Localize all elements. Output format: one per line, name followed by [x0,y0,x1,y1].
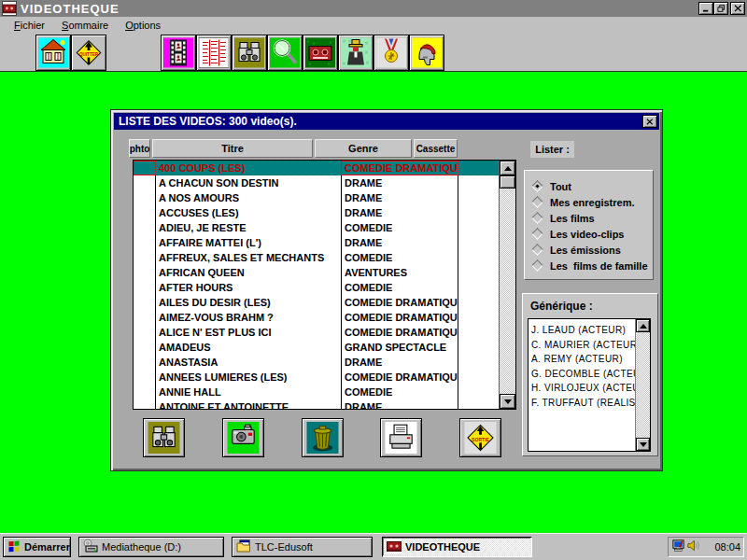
menu-fichier[interactable]: Fichier [6,19,53,33]
app-window: VIDEOTHEQUE FichierSommaireOptions QUITT… [0,0,747,560]
video-row[interactable]: ACCUSES (LES) DRAME [134,205,499,220]
scroll-up-button[interactable] [636,319,650,332]
video-row[interactable]: AFFREUX, SALES ET MECHANTS COMEDIE [134,250,499,265]
column-header-cassette[interactable]: Cassette [414,139,458,158]
generique-item[interactable]: A. REMY (ACTEUR) [529,352,635,367]
video-row[interactable]: A NOS AMOURS DRAME [134,190,499,205]
vcr-cassette-icon [305,37,335,68]
video-list-icon [199,37,229,68]
svg-text:QUITTER: QUITTER [79,52,99,57]
generique-item[interactable]: F. TRUFFAUT (REALIS.) [529,396,635,411]
restore-button[interactable] [713,2,728,15]
scroll-up-button[interactable] [500,161,515,175]
column-header-photo[interactable]: phto [129,139,150,158]
toolbar-genres-button[interactable] [409,35,444,71]
toolbar-quitter-button[interactable]: QUITTER [71,35,106,71]
video-title: ANNEES LUMIERES (LES) [156,370,342,385]
radio-diamond-icon [531,259,543,272]
folder-icon [236,539,251,555]
app-title: VIDEOTHEQUE [21,2,698,16]
video-cassette-cell [458,161,499,175]
display-icon[interactable] [671,539,685,556]
taskbar-task-videotheque[interactable]: VIDEOTHEQUE [382,537,532,557]
video-row[interactable]: ANNIE HALL COMEDIE [134,385,499,399]
toolbar-films-button[interactable] [161,35,196,71]
dialog-print-button[interactable] [380,418,422,457]
video-row[interactable]: 400 COUPS (LES) COMEDIE DRAMATIQUE [134,161,499,175]
video-genre: COMEDIE DRAMATIQUE [342,295,458,310]
down-arrow-icon [504,399,512,404]
video-row[interactable]: A CHACUN SON DESTIN DRAME [134,175,499,190]
generique-item[interactable]: J. LEAUD (ACTEUR) [529,323,635,338]
video-row[interactable]: ADIEU, JE RESTE COMEDIE [134,220,499,235]
video-list-scrollbar[interactable] [499,161,515,409]
video-list-dialog: LISTE DES VIDEOS: 300 video(s). phto Tit… [110,109,663,471]
video-title: ADIEU, JE RESTE [156,220,342,235]
close-button[interactable] [730,2,745,15]
scroll-down-button[interactable] [636,438,650,451]
video-row[interactable]: AILES DU DESIR (LES) COMEDIE DRAMATIQUE [134,295,499,310]
start-button[interactable]: Démarrer [3,537,71,557]
scroll-track[interactable] [500,189,515,394]
video-row[interactable]: ANNEES LUMIERES (LES) COMEDIE DRAMATIQUE [134,370,499,385]
video-row[interactable]: ALICE N' EST PLUS ICI COMEDIE DRAMATIQUE [134,325,499,340]
toolbar-search-button[interactable] [232,35,267,71]
video-genre: DRAME [342,235,458,250]
generique-item[interactable]: G. DECOMBLE (ACTEUR) [529,367,635,382]
video-row[interactable]: AFTER HOURS COMEDIE [134,280,499,295]
dialog-title-bar[interactable]: LISTE DES VIDEOS: 300 video(s). [114,113,659,130]
column-header-genre[interactable]: Genre [315,139,412,158]
video-cassette-cell [458,235,499,250]
video-cassette-cell [458,370,499,385]
taskbar-task-tlc-edusoft[interactable]: TLC-Edusoft [232,537,373,557]
film-strip-icon [163,37,193,68]
dialog-search-button[interactable] [143,418,185,457]
video-row[interactable]: AMADEUS GRAND SPECTACLE [134,340,499,355]
lister-option-tout[interactable]: Tout [533,178,653,194]
taskbar-task-mediatheque-d[interactable]: Mediatheque (D:) [78,537,224,557]
dialog-delete-button[interactable] [302,418,344,457]
toolbar-awards-button[interactable] [374,35,409,71]
lister-option-les-missions[interactable]: Les émissions [533,242,653,258]
minimize-button[interactable] [698,2,713,15]
task-label: TLC-Edusoft [255,541,313,553]
toolbar-actors-button[interactable] [338,35,374,71]
video-title: ACCUSES (LES) [156,205,342,220]
dialog-close-button[interactable] [642,115,657,128]
video-title: AIMEZ-VOUS BRAHM ? [156,310,342,325]
radio-label: Mes enregistrem. [550,197,634,208]
scroll-track[interactable] [636,332,650,438]
column-header-title[interactable]: Titre [152,139,313,158]
video-row[interactable]: AIMEZ-VOUS BRAHM ? COMEDIE DRAMATIQUE [134,310,499,325]
lister-option-les-films-de-famille[interactable]: Les films de famille [533,258,653,273]
lister-option-les-video-clips[interactable]: Les video-clips [533,226,653,242]
cd-drive-icon [83,539,98,555]
video-row[interactable]: AFFAIRE MATTEI (L') DRAME [134,235,499,250]
toolbar-video-list-button[interactable] [196,35,232,71]
toolbar-zoom-button[interactable] [267,35,303,71]
video-photo-cell [134,370,156,385]
scroll-down-button[interactable] [500,394,515,409]
video-row[interactable]: ANASTASIA DRAME [134,355,499,370]
video-cassette-cell [458,250,499,265]
generique-item[interactable]: H. VIRLOJEUX (ACTEUR) [529,381,635,396]
dialog-photo-button[interactable] [222,418,264,457]
toolbar-cassettes-button[interactable] [303,35,338,71]
title-bar: VIDEOTHEQUE [0,0,747,17]
lister-option-mes-enregistrem[interactable]: Mes enregistrem. [533,194,653,210]
generique-scrollbar[interactable] [635,319,650,451]
lister-option-les-films[interactable]: Les films [533,210,653,226]
menu-options[interactable]: Options [117,19,169,33]
taskbar-clock[interactable]: 08:04 [714,541,740,553]
scroll-thumb[interactable] [500,175,515,189]
toolbar-home-button[interactable] [35,35,71,71]
dialog-exit-button[interactable]: SORTIE [459,418,501,457]
video-photo-cell [134,190,156,205]
video-photo-cell [134,399,156,409]
generique-item[interactable]: C. MAURIER (ACTEUR) [529,338,635,353]
video-row[interactable]: AFRICAN QUEEN AVENTURES [134,265,499,280]
menu-sommaire[interactable]: Sommaire [53,19,117,33]
video-row[interactable]: ANTOINE ET ANTOINETTE DRAME [134,399,499,409]
speaker-icon[interactable] [686,539,700,556]
video-genre: DRAME [342,190,458,205]
